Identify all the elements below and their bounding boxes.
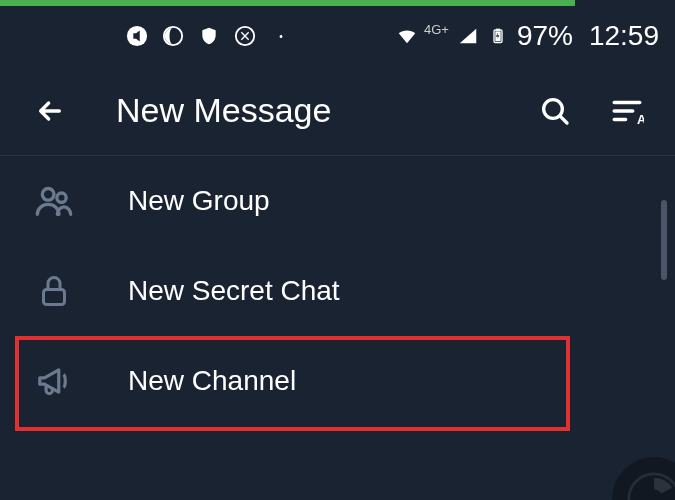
back-arrow-icon xyxy=(34,95,66,127)
options-list: New Group New Secret Chat New Channel xyxy=(0,156,675,426)
clock-time: 12:59 xyxy=(589,20,659,52)
option-label: New Channel xyxy=(128,365,296,397)
sound-icon xyxy=(126,25,148,47)
network-type: 4G+ xyxy=(424,22,449,37)
megaphone-icon xyxy=(30,357,78,405)
wifi-icon xyxy=(396,25,418,47)
signal-icon xyxy=(457,25,479,47)
shield-icon xyxy=(198,25,220,47)
group-icon xyxy=(30,177,78,225)
moon-icon xyxy=(162,25,184,47)
back-button[interactable] xyxy=(30,91,70,131)
svg-point-9 xyxy=(57,193,66,202)
camera-watermark xyxy=(605,450,675,500)
search-button[interactable] xyxy=(537,93,573,129)
search-icon xyxy=(539,95,571,127)
app-header: New Message A xyxy=(0,66,675,156)
sort-icon: A xyxy=(610,94,644,128)
option-label: New Group xyxy=(128,185,270,217)
sort-button[interactable]: A xyxy=(609,93,645,129)
new-group-option[interactable]: New Group xyxy=(0,156,675,246)
battery-icon xyxy=(487,25,509,47)
scroll-indicator[interactable] xyxy=(661,200,667,280)
status-bar: • 4G+ 97% 12:59 xyxy=(0,6,675,66)
dot-icon: • xyxy=(270,25,292,47)
svg-rect-4 xyxy=(496,29,500,31)
option-label: New Secret Chat xyxy=(128,275,340,307)
new-secret-chat-option[interactable]: New Secret Chat xyxy=(0,246,675,336)
svg-rect-10 xyxy=(44,290,65,305)
lock-icon xyxy=(30,267,78,315)
square-icon xyxy=(234,25,256,47)
svg-text:A: A xyxy=(637,111,644,126)
battery-percent: 97% xyxy=(517,20,573,52)
svg-point-8 xyxy=(42,189,54,201)
svg-point-11 xyxy=(612,457,675,500)
new-channel-option[interactable]: New Channel xyxy=(0,336,675,426)
page-title: New Message xyxy=(116,91,537,130)
